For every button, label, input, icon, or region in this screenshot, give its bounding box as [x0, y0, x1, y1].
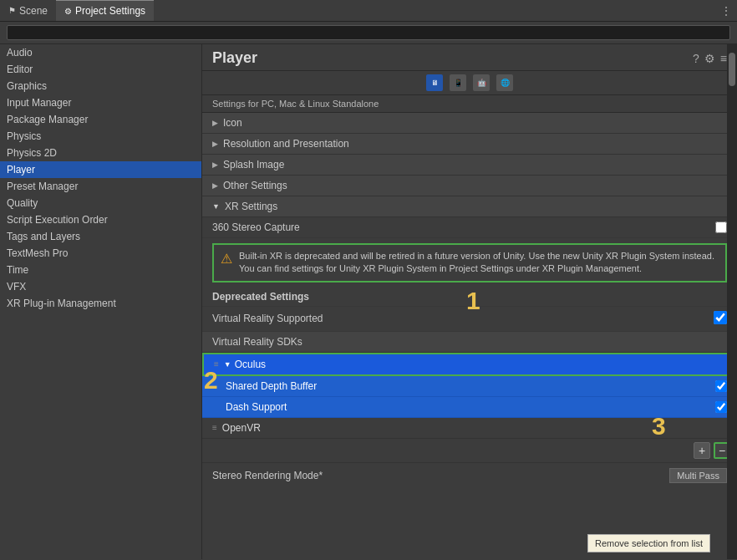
platform-bar: 🖥 📱 🤖 🌐 [202, 71, 737, 95]
sidebar-item-vfx[interactable]: VFX [0, 278, 201, 295]
sidebar-item-audio[interactable]: Audio [0, 44, 201, 61]
arrow-down-icon: ▼ [212, 202, 220, 211]
sidebar-item-quality[interactable]: Quality [0, 195, 201, 211]
shared-depth-checkbox[interactable] [715, 380, 727, 392]
platform-ios-icon[interactable]: 📱 [450, 74, 466, 91]
dash-support-checkbox[interactable] [715, 401, 727, 413]
vr-supported-label: Virtual Reality Supported [212, 313, 323, 324]
vr-supported-checkbox[interactable] [714, 311, 727, 324]
sidebar-item-script-execution-order[interactable]: Script Execution Order [0, 211, 201, 228]
stereo-capture-label: 360 Stereo Capture [212, 221, 300, 233]
section-other-label: Other Settings [223, 180, 287, 191]
stereo-mode-value: Multi Pass [669, 468, 727, 483]
warning-icon: ⚠ [221, 251, 232, 267]
content-header: Player ? ⚙ ≡ [202, 44, 737, 71]
vr-sdks-label: Virtual Reality SDKs [212, 336, 302, 348]
tab-scene-label: Scene [19, 5, 48, 17]
sdk-openvr-label: OpenVR [222, 422, 727, 434]
sidebar-item-package-manager[interactable]: Package Manager [0, 111, 201, 128]
sdk-item-openvr[interactable]: ≡ OpenVR [202, 418, 737, 439]
section-other[interactable]: ▶ Other Settings [202, 176, 737, 196]
section-xr-label: XR Settings [225, 201, 277, 212]
warning-box: ⚠ Built-in XR is deprecated and will be … [212, 243, 727, 283]
page-title: Player [212, 49, 257, 67]
vr-sdks-header: Virtual Reality SDKs [202, 332, 737, 353]
title-bar: ⚑ Scene ⚙ Project Settings ⋮ [0, 0, 737, 22]
help-icon[interactable]: ? [693, 52, 699, 65]
content-icons: ? ⚙ ≡ [693, 52, 727, 65]
arrow-icon: ▶ [212, 160, 218, 169]
scene-icon: ⚑ [8, 6, 16, 15]
sidebar-item-input-manager[interactable]: Input Manager [0, 94, 201, 111]
search-input[interactable] [7, 25, 730, 40]
sidebar-item-physics-2d[interactable]: Physics 2D [0, 145, 201, 161]
drag-handle-icon: ≡ [212, 423, 217, 432]
sidebar-item-player[interactable]: Player [0, 161, 201, 178]
shared-depth-label: Shared Depth Buffer [226, 380, 317, 392]
title-bar-menu-icon[interactable]: ⋮ [720, 4, 737, 18]
remove-tooltip: Remove selection from list [587, 534, 710, 552]
sidebar-item-editor[interactable]: Editor [0, 61, 201, 78]
tab-project-settings-label: Project Settings [75, 5, 145, 17]
tab-scene[interactable]: ⚑ Scene [0, 0, 56, 21]
stereo-capture-row: 360 Stereo Capture [202, 217, 737, 238]
add-sdk-button[interactable]: + [694, 442, 710, 459]
platform-android-icon[interactable]: 🤖 [473, 74, 490, 91]
stereo-mode-label: Stereo Rendering Mode* [212, 470, 323, 481]
platform-webgl-icon[interactable]: 🌐 [496, 74, 513, 91]
deprecated-header: Deprecated Settings [202, 288, 737, 307]
sdk-oculus-label: Oculus [235, 359, 725, 370]
section-icon-label: Icon [223, 117, 242, 129]
stereo-capture-checkbox[interactable] [715, 221, 727, 233]
platform-pc-icon[interactable]: 🖥 [426, 74, 443, 91]
warning-text: Built-in XR is deprecated and will be re… [239, 250, 719, 276]
section-xr[interactable]: ▼ XR Settings [202, 196, 737, 217]
sidebar-item-physics[interactable]: Physics [0, 128, 201, 145]
dash-support-label: Dash Support [226, 401, 287, 413]
arrow-icon: ▶ [212, 181, 218, 190]
arrow-icon: ▶ [212, 140, 218, 148]
add-remove-bar: + − [202, 439, 737, 462]
sdk-sub-shared-depth: Shared Depth Buffer [202, 376, 737, 397]
sidebar: Audio Editor Graphics Input Manager Pack… [0, 44, 202, 559]
vr-supported-row: Virtual Reality Supported [202, 307, 737, 332]
sidebar-item-graphics[interactable]: Graphics [0, 78, 201, 94]
sdk-item-oculus[interactable]: ≡ ▼ Oculus [202, 353, 737, 376]
gear-icon[interactable]: ⚙ [704, 52, 715, 65]
settings-subtitle: Settings for PC, Mac & Linux Standalone [202, 95, 737, 113]
content-area: Player ? ⚙ ≡ 🖥 📱 🤖 🌐 Settings for PC, Ma… [202, 44, 737, 559]
expand-arrow-icon: ▼ [224, 360, 231, 369]
sidebar-item-tags-and-layers[interactable]: Tags and Layers [0, 228, 201, 245]
arrow-icon: ▶ [212, 119, 218, 127]
sdk-sub-dash-support: Dash Support [202, 397, 737, 418]
section-resolution-label: Resolution and Presentation [223, 138, 349, 150]
sidebar-item-preset-manager[interactable]: Preset Manager [0, 178, 201, 195]
settings-icon: ⚙ [64, 7, 72, 16]
scrollbar-thumb[interactable] [729, 53, 735, 86]
main-layout: Audio Editor Graphics Input Manager Pack… [0, 44, 737, 559]
deprecated-label: Deprecated Settings [212, 291, 309, 303]
drag-handle-icon: ≡ [214, 359, 219, 369]
section-splash[interactable]: ▶ Splash Image [202, 155, 737, 176]
section-splash-label: Splash Image [223, 159, 284, 171]
search-bar [0, 22, 737, 44]
content-scroll[interactable]: ▶ Icon ▶ Resolution and Presentation ▶ S… [202, 113, 737, 559]
sidebar-item-time[interactable]: Time [0, 262, 201, 278]
scrollbar-track[interactable] [727, 44, 737, 559]
sidebar-item-textmesh-pro[interactable]: TextMesh Pro [0, 245, 201, 262]
menu-icon[interactable]: ≡ [720, 52, 727, 65]
sidebar-item-xr-plug-in-management[interactable]: XR Plug-in Management [0, 295, 201, 312]
tab-project-settings[interactable]: ⚙ Project Settings [56, 0, 154, 21]
section-resolution[interactable]: ▶ Resolution and Presentation [202, 134, 737, 155]
section-icon[interactable]: ▶ Icon [202, 113, 737, 134]
stereo-mode-row: Stereo Rendering Mode* Multi Pass [202, 462, 737, 488]
